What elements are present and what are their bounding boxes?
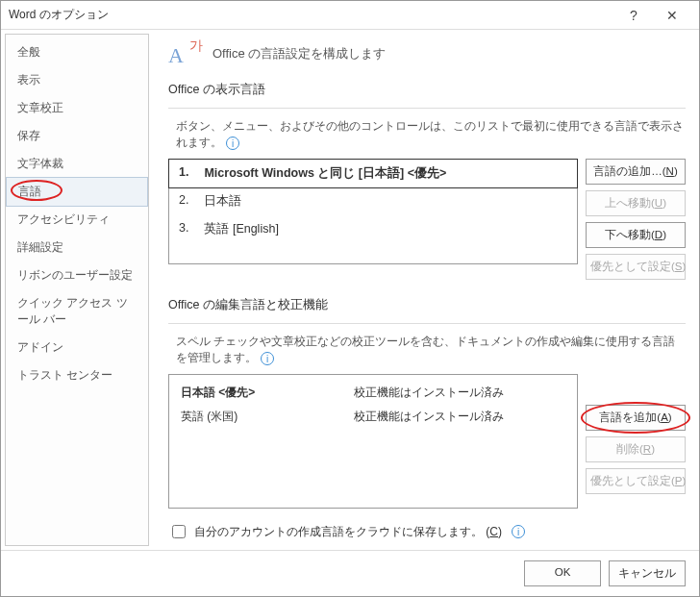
sidebar-item-4[interactable]: 文字体裁 [6, 150, 148, 178]
set-preferred-editing-button: 優先として設定(P) [586, 468, 686, 494]
sidebar-item-9[interactable]: クイック アクセス ツール バー [6, 289, 148, 334]
editing-language-desc: スペル チェックや文章校正などの校正ツールを含む、ドキュメントの作成や編集に使用… [176, 334, 686, 366]
sidebar: 全般表示文章校正保存文字体裁言語アクセシビリティ詳細設定リボンのユーザー設定クイ… [5, 34, 149, 546]
sidebar-item-5[interactable]: 言語 [6, 177, 148, 207]
move-down-button[interactable]: 下へ移動(D) [586, 222, 686, 248]
sidebar-item-3[interactable]: 保存 [6, 122, 148, 150]
info-icon[interactable]: i [226, 137, 239, 150]
sidebar-item-2[interactable]: 文章校正 [6, 94, 148, 122]
editing-lang-row[interactable]: 日本語 <優先>校正機能はインストール済み [169, 381, 577, 405]
close-button[interactable]: ✕ [653, 8, 691, 23]
ok-button[interactable]: OK [524, 560, 601, 586]
display-lang-item[interactable]: 2.日本語 [169, 187, 577, 215]
editing-language-list[interactable]: 日本語 <優先>校正機能はインストール済み英語 (米国)校正機能はインストール済… [168, 374, 578, 509]
delete-editing-lang-button: 削除(R) [586, 436, 686, 462]
editing-language-title: Office の編集言語と校正機能 [168, 297, 686, 313]
sidebar-item-11[interactable]: トラスト センター [6, 361, 148, 389]
add-editing-lang-button[interactable]: 言語を追加(A) [586, 405, 686, 431]
display-lang-item[interactable]: 3.英語 [English] [169, 215, 577, 243]
display-language-list[interactable]: 1.Microsoft Windows と同じ [日本語] <優先>2.日本語3… [168, 159, 578, 264]
window-title: Word のオプション [9, 7, 614, 23]
sidebar-item-10[interactable]: アドイン [6, 334, 148, 361]
main-panel: A가 Office の言語設定を構成します Office の表示言語 ボタン、メ… [149, 30, 699, 550]
info-icon[interactable]: i [261, 352, 274, 365]
info-icon[interactable]: i [512, 525, 525, 538]
cancel-button[interactable]: キャンセル [609, 560, 686, 586]
help-button[interactable]: ? [614, 8, 653, 23]
editing-lang-row[interactable]: 英語 (米国)校正機能はインストール済み [169, 405, 577, 429]
move-up-button: 上へ移動(U) [586, 190, 686, 216]
page-heading: Office の言語設定を構成します [212, 45, 386, 62]
cloud-save-checkbox[interactable] [172, 525, 186, 538]
add-display-lang-button[interactable]: 言語の追加…(N) [586, 159, 686, 185]
titlebar: Word のオプション ? ✕ [1, 1, 699, 30]
language-logo-icon: A가 [168, 39, 201, 68]
sidebar-item-0[interactable]: 全般 [6, 38, 148, 66]
sidebar-item-8[interactable]: リボンのユーザー設定 [6, 261, 148, 289]
set-preferred-display-button: 優先として設定(S) [586, 254, 686, 280]
display-language-title: Office の表示言語 [168, 82, 686, 98]
sidebar-item-6[interactable]: アクセシビリティ [6, 206, 148, 234]
sidebar-item-1[interactable]: 表示 [6, 66, 148, 94]
display-language-desc: ボタン、メニュー、およびその他のコントロールは、このリストで最初に使用できる言語… [176, 118, 686, 151]
display-lang-item[interactable]: 1.Microsoft Windows と同じ [日本語] <優先> [168, 159, 578, 188]
sidebar-item-7[interactable]: 詳細設定 [6, 234, 148, 261]
cloud-save-label: 自分のアカウントの作成言語をクラウドに保存します。 (C) [194, 524, 502, 540]
